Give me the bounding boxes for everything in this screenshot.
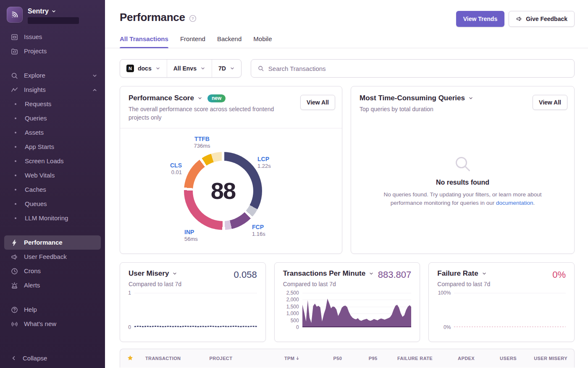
clock-icon	[10, 267, 18, 275]
card-performance-score: Performance Score new The overall perfor…	[120, 86, 342, 254]
date-range-filter[interactable]: 7D	[212, 60, 241, 77]
sidebar-item-help[interactable]: Help	[0, 303, 105, 317]
search-icon	[257, 65, 264, 72]
insights-icon	[10, 86, 18, 94]
sidebar-item-llm-monitoring[interactable]: LLM Monitoring	[0, 211, 105, 225]
sort-desc-icon	[295, 356, 300, 360]
tab-mobile[interactable]: Mobile	[253, 35, 272, 48]
column-header-p50[interactable]: P50	[300, 356, 342, 361]
bullet-icon	[11, 203, 19, 205]
sidebar-item-web-vitals[interactable]: Web Vitals	[0, 168, 105, 183]
card-tpm: Transactions Per Minute883.807Compared t…	[274, 262, 420, 342]
column-header-users[interactable]: USERS	[475, 356, 517, 361]
sidebar-item-app-starts[interactable]: App Starts	[0, 140, 105, 154]
sidebar-item-assets[interactable]: Assets	[0, 125, 105, 140]
web-vitals-donut[interactable]: 88	[184, 152, 262, 230]
main-content: Performance ? View Trends Give Feedback …	[105, 0, 588, 368]
sidebar-nav: IssuesProjectsExploreInsightsRequestsQue…	[0, 30, 105, 331]
bullet-icon	[11, 189, 19, 191]
bullet-icon	[11, 117, 19, 119]
org-switcher[interactable]: Sentry	[0, 0, 105, 30]
siren-icon	[10, 282, 18, 290]
tab-frontend[interactable]: Frontend	[180, 35, 205, 48]
vital-label-cls: CLS0.01	[148, 162, 182, 176]
org-name[interactable]: Sentry	[28, 8, 79, 15]
environment-filter[interactable]: All Envs	[167, 60, 212, 77]
performance-score-ring-chart: 88 TTFB736msLCP1.22sFCP1.16sINP56msCLS0.…	[120, 128, 342, 251]
sidebar-item-what-s-new[interactable]: What's new	[0, 317, 105, 331]
bullet-icon	[11, 160, 19, 162]
performance-score-subtitle: The overall performance score across sel…	[129, 105, 290, 122]
queries-view-all-button[interactable]: View All	[533, 95, 567, 110]
megaphone-icon	[10, 253, 18, 261]
widget-chart-tpm: 2,5002,0001,5001,0005000	[283, 293, 412, 327]
widget-chart-user-misery: 10	[129, 293, 257, 327]
chevron-down-icon	[51, 9, 56, 14]
project-filter[interactable]: N docs	[120, 60, 167, 77]
column-header-transaction[interactable]: TRANSACTION	[145, 356, 210, 361]
widget-chart-failure-rate: 100%0%	[437, 293, 566, 327]
sidebar: Sentry IssuesProjectsExploreInsightsRequ…	[0, 0, 105, 368]
page-filter-bar: N docs All Envs 7D	[120, 59, 242, 78]
star-column-header[interactable]	[127, 355, 145, 362]
sidebar-collapse-button[interactable]: Collapse	[0, 348, 105, 368]
lightning-icon	[10, 239, 18, 247]
empty-state-text: No queries found. Try updating your filt…	[379, 191, 547, 208]
chevron-down-icon	[230, 66, 235, 71]
chevron-up-icon	[92, 87, 97, 93]
sidebar-item-performance[interactable]: Performance	[4, 235, 101, 250]
search-transactions-input[interactable]	[268, 65, 568, 72]
chevron-down-icon	[172, 271, 177, 276]
chevron-down-icon	[369, 271, 374, 276]
tab-all-transactions[interactable]: All Transactions	[120, 35, 168, 48]
sidebar-item-requests[interactable]: Requests	[0, 97, 105, 111]
tab-bar: All TransactionsFrontendBackendMobile	[105, 27, 588, 48]
column-header-p95[interactable]: P95	[342, 356, 377, 361]
column-header-tpm[interactable]: TPM	[258, 356, 300, 361]
new-badge: new	[207, 94, 226, 102]
transactions-table: TRANSACTIONPROJECTTPMP50P95FAILURE RATEA…	[120, 349, 575, 368]
transactions-table-header: TRANSACTIONPROJECTTPMP50P95FAILURE RATEA…	[120, 349, 574, 368]
bullet-icon	[11, 103, 19, 105]
bullet-icon	[11, 146, 19, 148]
widget-big-number: 0%	[552, 269, 566, 280]
column-header-apdex[interactable]: APDEX	[433, 356, 475, 361]
vital-label-lcp: LCP1.22s	[257, 155, 271, 170]
sidebar-item-alerts[interactable]: Alerts	[0, 278, 105, 292]
tab-backend[interactable]: Backend	[217, 35, 242, 48]
chevron-down-icon	[92, 73, 97, 78]
chevron-down-icon	[155, 66, 160, 71]
queries-widget-subtitle: Top queries by total duration	[360, 105, 521, 114]
sidebar-item-queues[interactable]: Queues	[0, 197, 105, 211]
give-feedback-button[interactable]: Give Feedback	[509, 11, 575, 27]
sidebar-item-projects[interactable]: Projects	[0, 44, 105, 58]
sidebar-item-explore[interactable]: Explore	[0, 68, 105, 83]
sentry-logo[interactable]	[7, 7, 23, 23]
queries-empty-state: No results found No queries found. Try u…	[351, 120, 574, 242]
column-header-failure-rate[interactable]: FAILURE RATE	[377, 356, 433, 361]
bullet-icon	[11, 175, 19, 176]
help-circle-icon[interactable]: ?	[189, 15, 197, 22]
card-user-misery: User Misery0.058Compared to last 7d10	[120, 262, 266, 342]
sidebar-item-user-feedback[interactable]: User Feedback	[0, 250, 105, 264]
sidebar-item-issues[interactable]: Issues	[0, 30, 105, 44]
sidebar-item-insights[interactable]: Insights	[0, 83, 105, 97]
column-header-user-misery[interactable]: USER MISERY	[517, 356, 567, 361]
project-platform-icon: N	[126, 65, 134, 72]
empty-state-title: No results found	[436, 179, 489, 186]
vital-label-inp: INP56ms	[184, 228, 198, 243]
search-transactions-box	[251, 59, 575, 78]
chevron-down-icon	[197, 96, 202, 101]
documentation-link[interactable]: documentation	[496, 200, 533, 206]
chevron-down-icon	[468, 96, 473, 101]
sidebar-item-queries[interactable]: Queries	[0, 111, 105, 125]
view-trends-button[interactable]: View Trends	[456, 11, 504, 27]
widget-title-failure-rate[interactable]: Failure Rate	[437, 269, 566, 278]
bullet-icon	[11, 132, 19, 133]
sidebar-item-crons[interactable]: Crons	[0, 264, 105, 278]
performance-score-view-all-button[interactable]: View All	[300, 95, 335, 110]
widget-subtitle: Compared to last 7d	[437, 281, 566, 287]
column-header-project[interactable]: PROJECT	[210, 356, 258, 361]
sidebar-item-screen-loads[interactable]: Screen Loads	[0, 154, 105, 168]
sidebar-item-caches[interactable]: Caches	[0, 183, 105, 197]
